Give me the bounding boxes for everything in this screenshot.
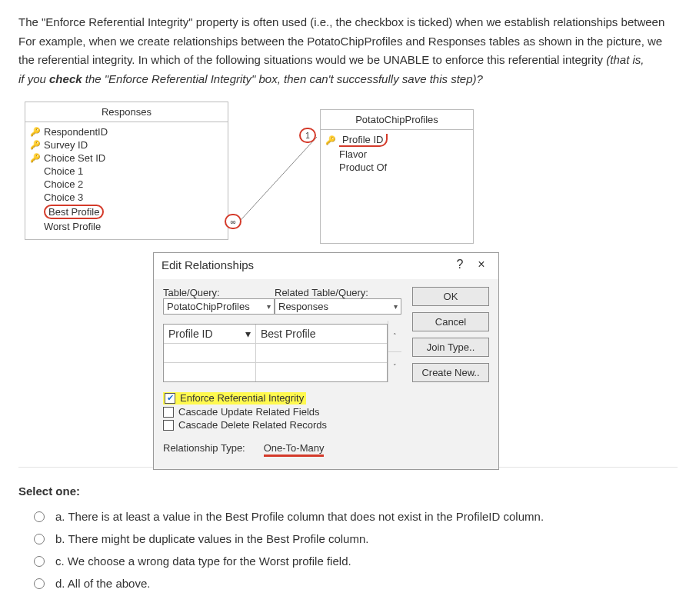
combo-related-table-query[interactable]: Responses ▾ [275,298,401,315]
table-row: Choice 1 [30,165,223,178]
chevron-up-icon[interactable]: ˄ [388,321,401,352]
table-row: 🔑Profile ID [325,133,468,148]
table-row: Choice 3 [30,191,223,204]
chevron-down-icon: ▾ [245,328,251,340]
radio-icon[interactable] [34,578,45,589]
checkbox-cascade-update[interactable] [163,407,174,418]
answer-block: Select one: a. There is at least a value… [18,484,678,594]
radio-icon[interactable] [34,534,45,544]
label-cascade-delete: Cascade Delete Related Records [178,419,327,431]
option-a[interactable]: a. There is at least a value in the Best… [18,505,678,528]
dialog-title: Edit Relationships [162,258,449,271]
chevron-down-icon: ▾ [267,302,271,311]
label-relationship-type: Relationship Type: [163,442,245,457]
table-potato-title: PotatoChipProfiles [321,110,473,130]
label-related-table-query: Related Table/Query: [275,287,401,298]
relationship-diagram: Responses 🔑RespondentID 🔑Survey ID 🔑Choi… [18,98,678,468]
key-icon: 🔑 [30,140,39,150]
svg-line-0 [234,137,317,228]
option-c[interactable]: c. We choose a wrong data type for the W… [18,550,678,572]
help-icon[interactable]: ? [449,258,471,271]
edit-relationships-dialog: Edit Relationships ? × Table/Query: Pota… [153,252,499,470]
highlighted-field-profile-id: Profile ID [339,134,388,147]
create-new-button[interactable]: Create New.. [412,363,489,382]
grid-scroll[interactable]: ˄ ˅ [388,321,401,382]
combo-table-query[interactable]: PotatoChipProfiles ▾ [163,298,275,315]
table-row: Best Profile [30,204,223,220]
key-icon: 🔑 [30,153,39,163]
option-label: c. We choose a wrong data type for the W… [55,554,351,568]
label-cascade-update: Cascade Update Related Fields [178,406,320,418]
cardinality-one-icon: 1 [299,128,316,143]
cardinality-many-icon: ∞ [225,214,241,229]
highlighted-field-best-profile: Best Profile [44,205,104,219]
option-d[interactable]: d. All of the above. [18,572,678,594]
table-row: 🔑Survey ID [30,138,223,152]
checkbox-enforce-ri[interactable]: ✔ [165,393,175,404]
label-enforce-ri: Enforce Referential Integrity [180,392,304,404]
label-table-query: Table/Query: [163,287,275,298]
question-line-1: The "Enforce Referential Integrity" prop… [18,14,678,32]
table-potatochipprofiles: PotatoChipProfiles 🔑Profile ID Flavor Pr… [320,109,474,244]
value-relationship-type: One-To-Many [264,442,325,457]
cancel-button[interactable]: Cancel [412,312,489,331]
answers-prompt: Select one: [18,484,678,498]
grid-cell-right[interactable]: Best Profile [256,325,387,343]
table-row: Product Of [325,161,468,174]
question-line-3: the referential integrity. In which of t… [18,52,678,69]
join-type-button[interactable]: Join Type.. [412,338,489,357]
key-icon: 🔑 [30,127,39,137]
question-line-2: For example, when we create relationship… [18,33,678,51]
close-icon[interactable]: × [471,258,492,271]
chevron-down-icon: ▾ [394,302,398,311]
chevron-down-icon[interactable]: ˅ [388,352,401,383]
question-line-4: if you check the "Enforce Referential In… [18,71,678,88]
table-row: Choice 2 [30,178,223,191]
ok-button[interactable]: OK [412,287,489,306]
table-responses-title: Responses [25,102,228,122]
table-responses: Responses 🔑RespondentID 🔑Survey ID 🔑Choi… [25,102,228,240]
table-row: Worst Profile [30,220,223,233]
grid-cell-left[interactable]: Profile ID ▾ [164,325,256,343]
table-row: 🔑RespondentID [30,125,223,138]
option-label: d. All of the above. [55,577,150,590]
radio-icon[interactable] [34,511,45,522]
table-row: Flavor [325,148,468,161]
option-b[interactable]: b. There might be duplicate values in th… [18,528,678,550]
radio-icon[interactable] [34,556,45,567]
option-label: a. There is at least a value in the Best… [55,510,544,523]
checkbox-cascade-delete[interactable] [163,420,174,431]
question-stem: The "Enforce Referential Integrity" prop… [18,14,678,88]
key-icon: 🔑 [325,135,335,145]
table-row: 🔑Choice Set ID [30,152,223,165]
option-label: b. There might be duplicate values in th… [55,532,368,545]
